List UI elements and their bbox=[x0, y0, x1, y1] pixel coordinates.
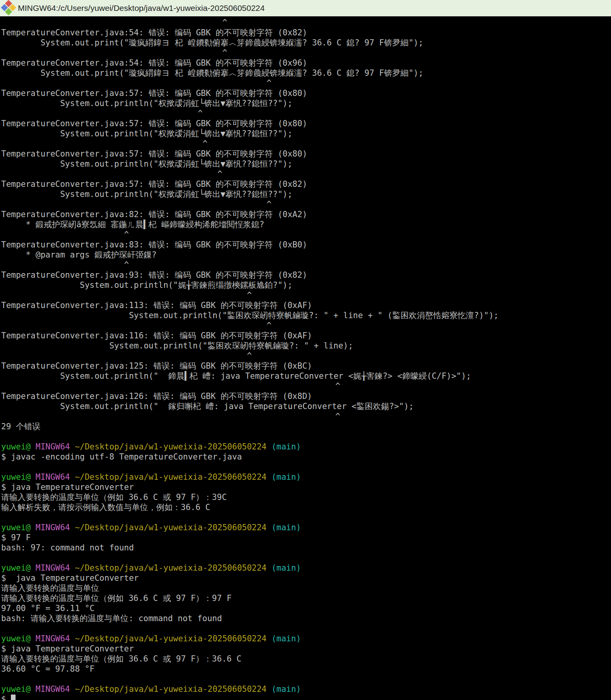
terminal-output-line: System.out.print("璇疯緭鍏ヨ 杞 崲鐨勬俯搴︿笌鍗曟綅锛堜緥濡… bbox=[1, 38, 611, 48]
window-title: MINGW64:/c/Users/yuwei/Desktop/java/w1-y… bbox=[18, 3, 265, 13]
prompt-space bbox=[70, 634, 75, 643]
caret-marker: ^ bbox=[1, 17, 611, 28]
terminal-output-line: * 鍛戒护琛屻ā寮忥細 寚鍦ㄦ晨▍杞 嶇鍗曚綅构浠舵壋閱悜浆鎴? bbox=[1, 219, 611, 230]
terminal-output-line: TemperatureConverter.java:57: 错误: 编码 GBK… bbox=[1, 149, 611, 159]
terminal-output-line: TemperatureConverter.java:57: 错误: 编码 GBK… bbox=[1, 88, 611, 98]
prompt-line: yuwei@ MINGW64 ~/Desktop/java/w1-yuweixi… bbox=[1, 522, 611, 533]
prompt-space bbox=[31, 634, 36, 643]
caret-marker: ^ bbox=[1, 260, 611, 270]
terminal-output-line: 36.60 °C = 97.88 °F bbox=[1, 664, 611, 674]
prompt-line: yuwei@ MINGW64 ~/Desktop/java/w1-yuweixi… bbox=[1, 472, 611, 482]
terminal-output-line: TemperatureConverter.java:113: 错误: 编码 GB… bbox=[1, 300, 611, 310]
blank-line bbox=[1, 512, 611, 522]
prompt-space bbox=[267, 523, 272, 532]
msys2-diamond-icon bbox=[0, 0, 17, 16]
prompt-space bbox=[70, 523, 75, 532]
prompt-host: MINGW64 bbox=[36, 523, 70, 532]
caret-marker: ^ bbox=[1, 351, 611, 361]
prompt-path: ~/Desktop/java/w1-yuweixia-202506050224 bbox=[75, 563, 267, 573]
prompt-git-branch: (main) bbox=[271, 563, 301, 573]
terminal-output-line: System.out.println("权揿叆涓虹└锛出▼搴忛??鎴恒??"); bbox=[1, 98, 611, 108]
prompt-host: MINGW64 bbox=[36, 472, 70, 482]
prompt-space bbox=[31, 472, 36, 482]
prompt-user: yuwei@ bbox=[1, 523, 31, 532]
blank-line bbox=[1, 623, 611, 634]
prompt-host: MINGW64 bbox=[36, 563, 70, 573]
caret-marker: ^ bbox=[1, 320, 611, 331]
terminal-output-line: TemperatureConverter.java:125: 错误: 编码 GB… bbox=[1, 361, 611, 371]
prompt-space bbox=[31, 523, 36, 532]
blank-line bbox=[1, 674, 611, 684]
prompt-path: ~/Desktop/java/w1-yuweixia-202506050224 bbox=[75, 442, 267, 451]
prompt-user: yuwei@ bbox=[1, 442, 31, 451]
caret-marker: ^ bbox=[1, 381, 611, 391]
terminal-output-line: 请输入要转换的温度与单位（例如 36.6 C 或 97 F）：36.6 C bbox=[1, 654, 611, 664]
terminal-output-line: TemperatureConverter.java:93: 错误: 编码 GBK… bbox=[1, 270, 611, 280]
caret-marker: ^ bbox=[1, 169, 611, 179]
terminal-output-line: 请输入要转换的温度与单位（例如 36.6 C 或 97 F）：97 F bbox=[1, 593, 611, 603]
dollar-sign: $ bbox=[1, 695, 11, 700]
command-line: $ javac -encoding utf-8 TemperatureConve… bbox=[1, 452, 611, 462]
terminal-output-line: System.out.println(" 鎵归嘝杞 嶆: java Temper… bbox=[1, 401, 611, 411]
prompt-path: ~/Desktop/java/w1-yuweixia-202506050224 bbox=[75, 523, 267, 532]
terminal-output-line: 29 个错误 bbox=[1, 421, 611, 432]
prompt-line: yuwei@ MINGW64 ~/Desktop/java/w1-yuweixi… bbox=[1, 563, 611, 573]
prompt-host: MINGW64 bbox=[36, 442, 70, 451]
command-line: $ 97 F bbox=[1, 533, 611, 543]
terminal-output-line: TemperatureConverter.java:83: 错误: 编码 GBK… bbox=[1, 240, 611, 250]
prompt-path: ~/Desktop/java/w1-yuweixia-202506050224 bbox=[75, 684, 267, 694]
prompt-space bbox=[70, 684, 75, 694]
terminal-output-line: * @param args 鍛戒护琛屽弬鏁? bbox=[1, 250, 611, 260]
prompt-space bbox=[267, 634, 272, 643]
command-line: $ java TemperatureConverter bbox=[1, 644, 611, 654]
terminal-output-line: TemperatureConverter.java:54: 错误: 编码 GBK… bbox=[1, 58, 611, 68]
terminal-output-line: TemperatureConverter.java:116: 错误: 编码 GB… bbox=[1, 331, 611, 341]
prompt-user: yuwei@ bbox=[1, 563, 31, 573]
terminal-output-line: TemperatureConverter.java:54: 错误: 编码 GBK… bbox=[1, 28, 611, 38]
terminal-output-line: TemperatureConverter.java:57: 错误: 编码 GBK… bbox=[1, 118, 611, 129]
terminal-output-line: 97.00 °F = 36.11 °C bbox=[1, 603, 611, 613]
prompt-host: MINGW64 bbox=[36, 684, 70, 694]
window-titlebar[interactable]: MINGW64:/c/Users/yuwei/Desktop/java/w1-y… bbox=[0, 0, 611, 16]
terminal-output-line: bash: 请输入要转换的温度与单位: command not found bbox=[1, 613, 611, 623]
terminal-output-line: bash: 97: command not found bbox=[1, 543, 611, 553]
terminal-output-line: System.out.println("权揿叆涓虹└锛出▼搴忛??鎴恒??"); bbox=[1, 189, 611, 199]
caret-marker: ^ bbox=[1, 78, 611, 88]
prompt-space bbox=[267, 472, 272, 482]
terminal-output-line: System.out.println("鍳困欢琛屻特寮帆鏀璇?: " + lin… bbox=[1, 341, 611, 351]
prompt-user: yuwei@ bbox=[1, 684, 31, 694]
caret-marker: ^ bbox=[1, 230, 611, 240]
prompt-git-branch: (main) bbox=[271, 684, 301, 694]
terminal-output-line: System.out.print("璇疯緭鍏ヨ 杞 崲鐨勬俯搴︿笌鍗曟綅锛堜緥濡… bbox=[1, 68, 611, 78]
prompt-space bbox=[31, 563, 36, 573]
terminal-output-line: System.out.println("鍳困欢琛屻特寮帆鏀璇?: " + lin… bbox=[1, 310, 611, 320]
prompt-space bbox=[267, 563, 272, 573]
prompt-git-branch: (main) bbox=[271, 472, 301, 482]
prompt-space bbox=[267, 684, 272, 694]
terminal-output-line: 请输入要转换的温度与单位（例如 36.6 C 或 97 F）：39C bbox=[1, 492, 611, 502]
prompt-space bbox=[31, 684, 36, 694]
prompt-space bbox=[70, 472, 75, 482]
prompt-host: MINGW64 bbox=[36, 634, 70, 643]
terminal[interactable]: ^TemperatureConverter.java:54: 错误: 编码 GB… bbox=[0, 16, 611, 700]
terminal-output-line: 输入解析失败，请按示例输入数值与单位，例如：36.6 C bbox=[1, 502, 611, 512]
caret-marker: ^ bbox=[1, 108, 611, 118]
prompt-space bbox=[31, 442, 36, 451]
terminal-output-line: TemperatureConverter.java:82: 错误: 编码 GBK… bbox=[1, 209, 611, 219]
terminal-output-line: 请输入要转换的温度与单位 bbox=[1, 583, 611, 593]
prompt-line: yuwei@ MINGW64 ~/Desktop/java/w1-yuweixi… bbox=[1, 634, 611, 644]
prompt-user: yuwei@ bbox=[1, 472, 31, 482]
caret-marker: ^ bbox=[1, 139, 611, 149]
caret-marker: ^ bbox=[1, 199, 611, 209]
prompt-git-branch: (main) bbox=[271, 634, 301, 643]
terminal-output-line: System.out.println("权揿叆涓虹└锛出▼搴忛??鎴恒??"); bbox=[1, 159, 611, 169]
text-cursor bbox=[11, 695, 16, 700]
prompt-git-branch: (main) bbox=[271, 523, 301, 532]
terminal-output-line: TemperatureConverter.java:57: 错误: 编码 GBK… bbox=[1, 179, 611, 189]
prompt-space bbox=[70, 442, 75, 451]
command-line: $ java TemperatureConverter bbox=[1, 573, 611, 583]
caret-marker: ^ bbox=[1, 290, 611, 300]
prompt-path: ~/Desktop/java/w1-yuweixia-202506050224 bbox=[75, 472, 267, 482]
terminal-output-line: System.out.println(" 鍗晨▍杞 嶆: java Temper… bbox=[1, 371, 611, 381]
terminal-output-line: System.out.println("权揿叆涓虹└锛出▼搴忛??鎴恒??"); bbox=[1, 129, 611, 139]
